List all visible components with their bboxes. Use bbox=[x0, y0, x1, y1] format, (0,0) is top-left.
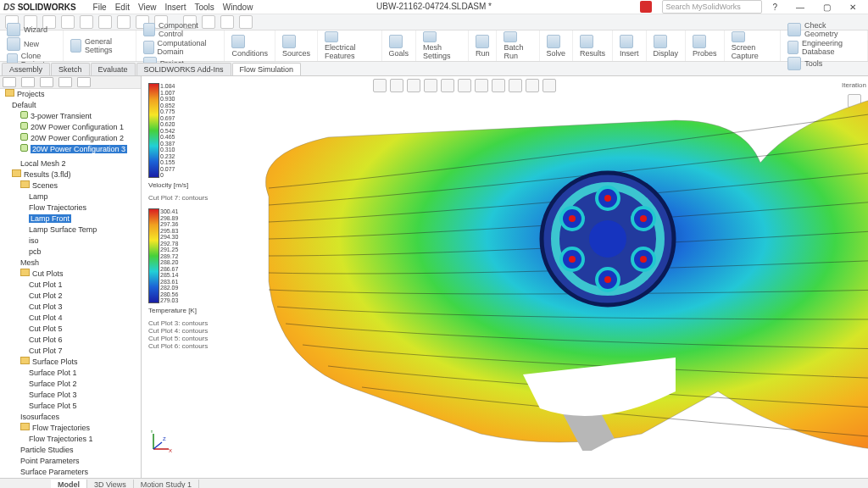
node-scene-5[interactable]: pcb bbox=[0, 247, 141, 258]
node-surfplots[interactable]: Surface Plots bbox=[0, 357, 141, 368]
node-scene-1[interactable]: Flow Trajectories bbox=[0, 202, 141, 214]
node-scene-3[interactable]: Lamp Surface Temp bbox=[0, 225, 141, 236]
node-config-1[interactable]: 20W Power Configuration 1 bbox=[0, 122, 141, 133]
rib-conditions[interactable]: Conditions bbox=[225, 30, 275, 61]
node-pointparam[interactable]: Point Parameters bbox=[0, 456, 141, 467]
tree-tab2[interactable] bbox=[21, 77, 35, 87]
tab-addins[interactable]: SOLIDWORKS Add-Ins bbox=[136, 63, 231, 75]
graphics-viewport[interactable]: Iteration 1.0841.0070.9300.8520.7750.697… bbox=[142, 76, 868, 478]
rib-batchrun[interactable]: Batch Run bbox=[497, 30, 539, 61]
rib-insert2[interactable]: Insert bbox=[613, 30, 647, 61]
node-scene-2[interactable]: Lamp Front bbox=[0, 214, 141, 225]
vt-display-icon[interactable] bbox=[475, 79, 488, 92]
node-cut-0[interactable]: Cut Plot 1 bbox=[0, 280, 141, 291]
tree-tab3[interactable] bbox=[40, 77, 53, 87]
node-scene-4[interactable]: iso bbox=[0, 236, 141, 247]
node-cut-3[interactable]: Cut Plot 4 bbox=[0, 313, 141, 324]
menu-window[interactable]: Window bbox=[223, 3, 253, 12]
rib-electrical[interactable]: Electrical Features bbox=[318, 30, 382, 61]
tree-tab5[interactable] bbox=[77, 77, 91, 87]
node-surf-2[interactable]: Surface Plot 3 bbox=[0, 390, 141, 401]
rib-run[interactable]: Run bbox=[469, 30, 498, 61]
maximize-icon[interactable]: ▢ bbox=[823, 3, 831, 12]
qa-extra2-icon[interactable] bbox=[220, 15, 234, 29]
search-input[interactable]: Search MySolidWorks bbox=[662, 0, 762, 14]
tab-flowsim[interactable]: Flow Simulation bbox=[232, 63, 302, 75]
node-default[interactable]: Default bbox=[0, 100, 141, 111]
node-scenes[interactable]: Scenes bbox=[0, 180, 141, 191]
feature-tree[interactable]: Projects Default 3-power Transient 20W P… bbox=[0, 76, 142, 478]
btab-model[interactable]: Model bbox=[51, 480, 87, 488]
node-results[interactable]: Results (3.fld) bbox=[0, 169, 141, 180]
node-config-3[interactable]: 20W Power Configuration 3 bbox=[0, 144, 141, 155]
node-cutplots[interactable]: Cut Plots bbox=[0, 269, 141, 280]
rib-goals[interactable]: Goals bbox=[382, 30, 417, 61]
btab-motion[interactable]: Motion Study 1 bbox=[134, 480, 199, 488]
node-surf-1[interactable]: Surface Plot 2 bbox=[0, 379, 141, 390]
menu-insert[interactable]: Insert bbox=[164, 3, 186, 12]
minimize-icon[interactable]: — bbox=[796, 3, 804, 12]
rib-results[interactable]: Results bbox=[573, 30, 613, 61]
rib-sources[interactable]: Sources bbox=[275, 30, 318, 61]
btab-3dviews[interactable]: 3D Views bbox=[87, 480, 134, 488]
tree-tab4[interactable] bbox=[58, 77, 72, 87]
rib-wizard[interactable]: Wizard bbox=[7, 23, 47, 36]
node-localmesh[interactable]: Local Mesh 2 bbox=[0, 158, 141, 169]
vt-snap-icon[interactable] bbox=[542, 79, 556, 92]
vt-zoom-icon[interactable] bbox=[373, 79, 387, 92]
node-cut-2[interactable]: Cut Plot 3 bbox=[0, 302, 141, 313]
vt-color-icon[interactable] bbox=[526, 79, 539, 92]
node-cut-6[interactable]: Cut Plot 7 bbox=[0, 346, 141, 357]
menu-tools[interactable]: Tools bbox=[194, 3, 214, 12]
node-scene-0[interactable]: Lamp bbox=[0, 191, 141, 202]
node-config-0[interactable]: 3-power Transient bbox=[0, 111, 141, 122]
rib-probes[interactable]: Probes bbox=[686, 30, 725, 61]
rib-checkgeom[interactable]: Check Geometry bbox=[787, 21, 860, 38]
node-surf-3[interactable]: Surface Plot 5 bbox=[0, 401, 141, 412]
vt-app-icon[interactable] bbox=[509, 79, 522, 92]
qa-redo-icon[interactable] bbox=[98, 15, 112, 29]
node-projects[interactable]: Projects bbox=[0, 89, 141, 100]
rib-engdb[interactable]: Engineering Database bbox=[787, 39, 860, 56]
help-icon[interactable]: ? bbox=[772, 3, 777, 12]
vt-fit-icon[interactable] bbox=[390, 79, 403, 92]
rib-compcontrol[interactable]: Component Control bbox=[143, 21, 218, 38]
node-surf-0[interactable]: Surface Plot 1 bbox=[0, 368, 141, 379]
rib-tools[interactable]: Tools bbox=[787, 57, 822, 70]
rib-new[interactable]: New bbox=[7, 37, 39, 51]
orientation-triad[interactable]: YXZ bbox=[150, 430, 172, 452]
node-mesh[interactable]: Mesh bbox=[0, 258, 141, 269]
vt-view-icon[interactable] bbox=[458, 79, 471, 92]
rib-compdomain[interactable]: Computational Domain bbox=[143, 39, 218, 56]
node-ft-0[interactable]: Flow Trajectories 1 bbox=[0, 434, 141, 445]
tab-evaluate[interactable]: Evaluate bbox=[91, 63, 136, 75]
menu-file[interactable]: File bbox=[93, 3, 107, 12]
rib-solve[interactable]: Solve bbox=[540, 30, 574, 61]
node-particle[interactable]: Particle Studies bbox=[0, 445, 141, 456]
node-cut-4[interactable]: Cut Plot 5 bbox=[0, 324, 141, 335]
rib-mesh[interactable]: Mesh Settings bbox=[416, 30, 469, 61]
qa-extra3-icon[interactable] bbox=[239, 15, 253, 29]
tab-sketch[interactable]: Sketch bbox=[51, 63, 90, 75]
node-cut-1[interactable]: Cut Plot 2 bbox=[0, 291, 141, 302]
rib-screencap[interactable]: Screen Capture bbox=[725, 30, 782, 61]
vt-section-icon[interactable] bbox=[441, 79, 454, 92]
menu-edit[interactable]: Edit bbox=[115, 3, 130, 12]
node-surfparam[interactable]: Surface Parameters bbox=[0, 467, 141, 478]
qa-print-icon[interactable] bbox=[61, 15, 75, 29]
node-ft[interactable]: Flow Trajectories bbox=[0, 423, 141, 434]
vt-rotate-icon[interactable] bbox=[407, 79, 420, 92]
vt-hide-icon[interactable] bbox=[492, 79, 505, 92]
tree-tab1[interactable] bbox=[3, 77, 16, 87]
tab-assembly[interactable]: Assembly bbox=[2, 63, 50, 75]
qa-options-icon[interactable] bbox=[117, 15, 131, 29]
qa-undo-icon[interactable] bbox=[80, 15, 93, 29]
rib-general[interactable]: General Settings bbox=[64, 30, 136, 61]
menu-view[interactable]: View bbox=[138, 3, 157, 12]
node-iso[interactable]: Isosurfaces bbox=[0, 412, 141, 423]
node-cut-5[interactable]: Cut Plot 6 bbox=[0, 335, 141, 346]
vt-pan-icon[interactable] bbox=[424, 79, 437, 92]
node-config-2[interactable]: 20W Power Configuration 2 bbox=[0, 133, 141, 144]
rib-display[interactable]: Display bbox=[647, 30, 687, 61]
close-icon[interactable]: ✕ bbox=[849, 3, 856, 12]
